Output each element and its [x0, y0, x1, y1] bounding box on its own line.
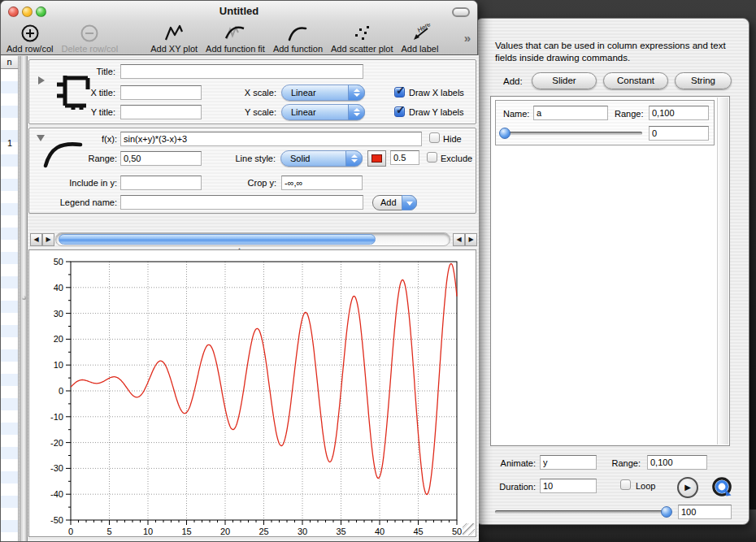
toolbar-delete-row-col: Delete row/col [57, 20, 122, 54]
svg-text:25: 25 [259, 527, 268, 536]
animate-slider-knob[interactable] [661, 506, 672, 518]
line-style-label: Line style: [194, 154, 276, 163]
crop-y-field[interactable] [281, 176, 363, 190]
popup-arrows-icon [348, 104, 365, 120]
svg-text:20: 20 [220, 527, 230, 536]
add-constant-button[interactable]: Constant [603, 72, 668, 89]
toolbar-add-scatter-plot[interactable]: Add scatter plot [327, 20, 397, 54]
scroll-right-button[interactable]: ▶ [42, 233, 54, 246]
y-scale-popup[interactable]: Linear [281, 104, 365, 120]
label-arrow-here-icon: Here [407, 22, 432, 44]
window-title: Untitled [58, 5, 420, 17]
toolbar-add-label[interactable]: Here Add label [397, 20, 442, 54]
title-label: Title: [34, 67, 115, 76]
y-title-label: Y title: [34, 107, 115, 117]
svg-text:50: 50 [54, 257, 63, 267]
svg-text:40: 40 [54, 283, 63, 293]
hide-checkbox[interactable] [429, 132, 440, 143]
y-title-field[interactable] [120, 105, 202, 119]
draw-y-labels-label: Draw Y labels [409, 107, 463, 117]
disclosure-triangle-collapsed[interactable] [38, 76, 45, 85]
horizontal-scrollbar-thumb[interactable] [59, 234, 376, 245]
animate-range-field[interactable] [647, 455, 707, 470]
function-fit-icon [224, 22, 245, 44]
values-drawer: Values that can be used in column expres… [476, 18, 749, 525]
add-circle-plus-icon [20, 22, 40, 44]
exclude-label: Exclude [441, 154, 472, 163]
add-string-button[interactable]: String [675, 72, 732, 89]
dropdown-arrow-icon [402, 195, 417, 210]
popup-arrows-icon [348, 85, 365, 101]
line-style-popup[interactable]: Solid [280, 150, 363, 167]
loop-checkbox[interactable] [620, 479, 631, 490]
x-title-label: X title: [34, 88, 115, 98]
window-resize-grip[interactable] [463, 523, 475, 535]
scroll-right-button[interactable]: ▶ [465, 233, 477, 246]
range-field[interactable] [649, 106, 709, 120]
svg-text:-20: -20 [50, 438, 63, 448]
fn-range-field[interactable] [120, 151, 202, 166]
plot-view: 05101520253035404550-50-40-30-20-1001020… [28, 249, 476, 537]
svg-text:45: 45 [413, 527, 423, 536]
toolbar-add-xy-plot[interactable]: Add XY plot [146, 20, 202, 54]
quicktime-export-button[interactable] [711, 476, 733, 498]
fx-field[interactable] [120, 132, 422, 146]
variable-slider-track[interactable] [504, 132, 642, 135]
animate-slider-track[interactable] [495, 510, 670, 514]
variable-slider-knob[interactable] [499, 128, 511, 139]
window-chrome: Untitled Add row/col Delete row/col Add … [1, 1, 477, 55]
toolbar-add-function[interactable]: Add function [269, 20, 327, 54]
fn-range-label: Range: [36, 154, 117, 163]
scatter-plot-icon [352, 22, 371, 44]
toolbar-overflow-chevron[interactable]: » [464, 31, 476, 54]
zoom-button[interactable] [36, 7, 46, 17]
x-scale-popup[interactable]: Linear [281, 85, 365, 101]
scroll-left-button[interactable]: ◀ [30, 233, 42, 246]
svg-text:50: 50 [452, 527, 462, 536]
animate-range-label: Range: [598, 458, 641, 468]
svg-text:0: 0 [68, 527, 73, 536]
toolbar-add-row-col[interactable]: Add row/col [2, 20, 57, 54]
column-header-n: n [1, 56, 19, 69]
x-title-field[interactable] [120, 85, 202, 100]
horizontal-scrollbar-track[interactable] [55, 232, 450, 246]
include-in-y-field[interactable] [120, 176, 202, 190]
variable-value-field[interactable] [649, 126, 709, 141]
function-curve-icon [288, 22, 307, 44]
line-color-well[interactable] [367, 150, 386, 167]
add-slider-button[interactable]: Slider [532, 72, 597, 89]
line-width-field[interactable] [390, 150, 419, 165]
splitter-handle-icon [22, 296, 26, 300]
drawer-description: Values that can be used in column expres… [495, 40, 736, 64]
scroll-left-button[interactable]: ◀ [453, 233, 465, 246]
add-popup-button[interactable]: Add [372, 195, 417, 210]
name-field[interactable] [533, 106, 608, 120]
draw-y-labels-checkbox[interactable] [394, 106, 405, 117]
play-button[interactable]: ▶ [677, 477, 698, 498]
y-scale-label: Y scale: [195, 107, 276, 117]
animate-field[interactable] [540, 455, 597, 470]
svg-text:20: 20 [54, 334, 63, 344]
add-label: Add: [503, 76, 523, 86]
minimize-button[interactable] [22, 7, 33, 17]
toolbar-toggle-pill[interactable] [452, 7, 470, 17]
row-number-cell[interactable]: 1 [1, 138, 19, 148]
vertical-splitter[interactable] [20, 56, 28, 541]
legend-name-field[interactable] [120, 195, 363, 210]
line-color-swatch [371, 154, 382, 163]
exclude-checkbox[interactable] [427, 152, 437, 163]
duration-field[interactable] [540, 479, 597, 493]
svg-text:5: 5 [106, 527, 111, 536]
hide-label: Hide [443, 134, 462, 144]
title-field[interactable] [120, 64, 363, 79]
draw-x-labels-checkbox[interactable] [394, 87, 405, 98]
loop-label: Loop [636, 481, 655, 491]
animate-value-field[interactable] [678, 505, 732, 519]
axes-settings-panel: Title: X title: X scale: Linear Draw X l… [28, 59, 476, 124]
x-scale-label: X scale: [195, 88, 276, 98]
include-in-y-label: Include in y: [36, 178, 117, 188]
close-button[interactable] [8, 7, 19, 17]
toolbar-add-function-fit[interactable]: Add function fit [202, 20, 269, 54]
list-scrollbar[interactable] [717, 98, 728, 444]
svg-text:40: 40 [375, 527, 385, 536]
